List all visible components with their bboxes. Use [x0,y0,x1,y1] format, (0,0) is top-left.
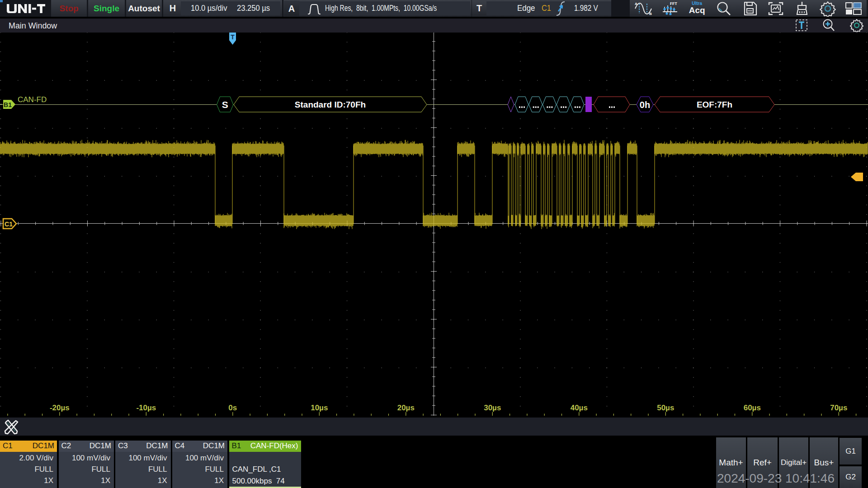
svg-text:C1: C1 [5,221,13,228]
svg-text:B: B [649,12,652,16]
svg-text:B1: B1 [4,101,12,108]
svg-text:FFT: FFT [670,1,677,6]
svg-text:EOF:7Fh: EOF:7Fh [697,100,732,109]
svg-text:60µs: 60µs [744,404,761,412]
svg-text:50µs: 50µs [657,404,674,412]
svg-text:S: S [222,99,228,110]
svg-text:40µs: 40µs [571,404,588,412]
svg-text:0h: 0h [640,100,650,110]
svg-text:10µs: 10µs [311,404,328,412]
svg-text:A: A [635,2,637,6]
svg-text:T: T [231,33,235,41]
svg-text:30µs: 30µs [484,404,501,412]
svg-text:20µs: 20µs [397,404,415,412]
svg-text:0s: 0s [228,404,237,412]
svg-text:CAN-FD: CAN-FD [18,95,47,104]
svg-text:-20µs: -20µs [50,404,70,412]
svg-text:70µs: 70µs [830,404,847,412]
svg-text:-10µs: -10µs [136,404,156,412]
svg-text:Standard ID:70Fh: Standard ID:70Fh [295,100,366,109]
